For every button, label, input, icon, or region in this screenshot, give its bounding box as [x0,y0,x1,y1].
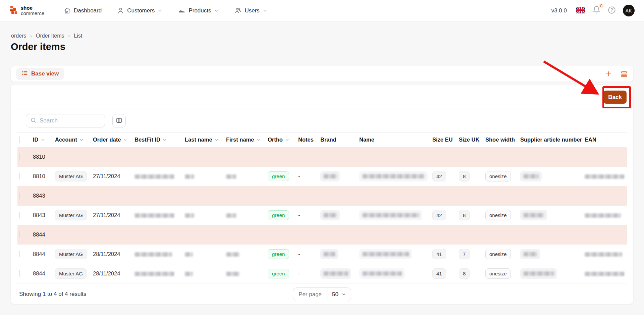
size-eu-cell: 41 [432,264,459,283]
brand-chip [320,171,340,181]
breadcrumb-orders[interactable]: orders [11,33,26,39]
ean-cell [585,206,627,225]
name-cell [359,206,432,225]
bestfit-id-cell [135,167,185,186]
order-date-cell: 28/11/2024 [93,264,135,283]
breadcrumb-list[interactable]: List [74,33,82,39]
account-chip: Muster AG [55,249,87,259]
column-header-id[interactable]: ID [33,133,55,147]
redacted-text [135,174,174,179]
base-view-tab[interactable]: Base view [16,68,64,80]
name-chip [359,210,422,220]
per-page-label: Per page [293,288,327,301]
redacted-text [585,174,624,179]
search-box [26,114,105,127]
row-checkbox[interactable] [19,153,20,160]
redacted-text [226,213,236,218]
row-checkbox[interactable] [19,251,20,257]
table-header: IDAccountOrder dateBestFit IDLast nameFi… [17,133,627,147]
select-all-checkbox[interactable] [19,136,20,143]
column-settings-button[interactable] [112,114,126,127]
account-cell: Muster AG [55,264,93,283]
per-page-control: Per page 50 [293,287,351,301]
order-item-row: 8810Muster AG27/11/2024green-428onesize [17,167,627,186]
redacted-text [185,213,194,218]
group-id-cell: 8810 [33,147,627,167]
notes-cell: - [298,167,320,186]
bestfit-id-cell [135,245,185,264]
column-header-size_eu: Size EU [432,133,459,147]
language-flag-button[interactable] [576,5,586,16]
column-header-order_date[interactable]: Order date [93,133,135,147]
row-checkbox[interactable] [19,231,20,238]
shoe-width-cell: onesize [485,206,520,225]
table-body: 88108810Muster AG27/11/2024green-428ones… [17,147,627,283]
size-eu-cell: 42 [432,167,459,186]
nav-products[interactable]: Products [178,7,219,14]
notifications-button[interactable]: 0 [592,6,601,15]
row-checkbox[interactable] [19,212,20,218]
row-checkbox[interactable] [19,270,20,277]
redacted-text [226,272,239,276]
redacted-text [362,271,402,276]
nav-users[interactable]: Users [234,7,267,14]
chevron-down-icon [262,8,268,13]
search-input[interactable] [40,117,101,124]
size-eu-cell: 42 [432,206,459,225]
view-list-menu-button[interactable] [620,70,628,78]
nav-customers[interactable]: Customers [117,7,163,14]
table-footer: Showing 1 to 4 of 4 results Per page 50 [11,283,633,305]
supplier-article-number-cell [520,264,585,283]
per-page-select[interactable]: 50 [327,288,351,301]
column-header-name: Name [359,133,432,147]
breadcrumb-order-items[interactable]: Order Items [36,33,64,39]
redacted-text [323,213,337,217]
group-row-8844: 8844 [17,225,627,245]
redacted-text [523,252,537,256]
row-checkbox[interactable] [19,173,20,179]
help-button[interactable] [607,6,616,16]
nav-dashboard[interactable]: Dashboard [64,7,102,14]
supplier-chip [520,249,540,259]
first-name-cell [226,206,268,225]
question-mark-icon [607,6,616,16]
shoe-width-chip: onesize [485,171,511,181]
user-avatar[interactable]: AK [623,5,635,16]
order-date-cell: 27/11/2024 [93,206,135,225]
first-name-cell [226,264,268,283]
column-header-ortho[interactable]: Ortho [268,133,298,147]
row-select-cell [17,245,33,264]
redacted-text [523,271,554,276]
column-header-notes: Notes [298,133,320,147]
app-logo[interactable]: shoe commerce [9,5,44,16]
redacted-text [585,252,622,257]
id-cell: 8843 [33,206,55,225]
column-header-last_name[interactable]: Last name [185,133,226,147]
add-view-button[interactable] [605,70,612,77]
name-cell [359,245,432,264]
account-chip: Muster AG [55,171,87,181]
nav-label: Dashboard [74,7,102,14]
order-items-table: IDAccountOrder dateBestFit IDLast nameFi… [17,132,627,283]
sort-chevron-icon [79,137,84,143]
group-id-cell: 8843 [33,186,627,206]
row-checkbox[interactable] [19,192,20,199]
redacted-text [523,213,544,217]
column-header-first_name[interactable]: First name [226,133,268,147]
actions-row: Back [11,85,633,109]
search-icon [30,117,37,125]
sort-chevron-icon [41,137,45,143]
column-header-supplier_article_number: Supplier article number [520,133,585,147]
name-chip [359,171,428,181]
name-chip [359,268,405,279]
views-toolbar: Base view [10,66,634,82]
redacted-text [226,252,239,257]
column-header-bestfit_id[interactable]: BestFit ID [135,133,185,147]
column-header-account[interactable]: Account [55,133,93,147]
bestfit-id-cell [135,206,185,225]
shoe-width-chip: onesize [485,210,511,220]
redacted-text [323,174,337,178]
back-button[interactable]: Back [603,91,627,104]
account-cell: Muster AG [55,206,93,225]
shoe-icon [178,7,185,14]
